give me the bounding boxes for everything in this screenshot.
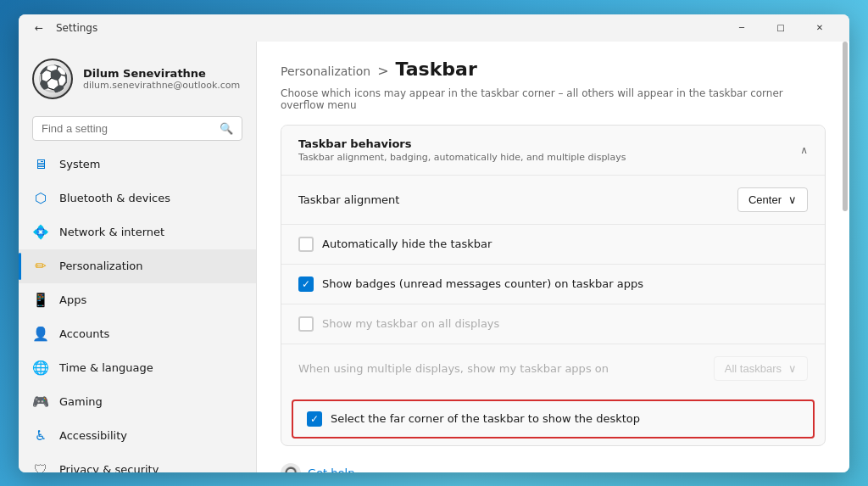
network-icon: 💠: [32, 224, 49, 241]
taskbar-alignment-row: Taskbar alignment Center ∨: [281, 175, 825, 224]
window-controls: ─ □ ✕: [722, 14, 839, 42]
sidebar-item-label: Network & internet: [59, 226, 164, 238]
taskbar-alignment-label: Taskbar alignment: [298, 193, 399, 206]
bluetooth-icon: ⬡: [32, 190, 49, 207]
show-badges-label: Show badges (unread messages counter) on…: [322, 277, 643, 290]
window-title: Settings: [56, 22, 722, 34]
accounts-icon: 👤: [32, 326, 49, 343]
sidebar-item-gaming[interactable]: 🎮 Gaming: [19, 385, 256, 419]
sidebar-item-system[interactable]: 🖥 System: [19, 148, 256, 182]
main-content: Personalization > Taskbar Choose which i…: [256, 42, 849, 472]
select-far-corner-label: Select the far corner of the taskbar to …: [331, 412, 640, 425]
sidebar-item-label: Privacy & security: [59, 463, 159, 472]
select-far-corner-checkbox-wrap[interactable]: Select the far corner of the taskbar to …: [307, 411, 799, 427]
sidebar-item-time[interactable]: 🌐 Time & language: [19, 351, 256, 385]
breadcrumb-separator: >: [377, 63, 388, 79]
chevron-down-icon: ∨: [788, 362, 797, 375]
avatar: ⚽: [32, 59, 73, 99]
settings-window: ← Settings ─ □ ✕ ⚽ Dilum Senevirathne di…: [19, 14, 849, 472]
chevron-down-icon: ∨: [788, 193, 797, 206]
close-button[interactable]: ✕: [800, 14, 839, 42]
multiple-displays-value: All taskbars: [725, 362, 782, 375]
breadcrumb-parent: Personalization: [281, 64, 370, 78]
sidebar-item-accounts[interactable]: 👤 Accounts: [19, 317, 256, 351]
sidebar-item-label: Accessibility: [59, 429, 127, 442]
page-header: Personalization > Taskbar: [281, 59, 826, 82]
get-help-label: Get help: [308, 466, 354, 472]
auto-hide-row: Automatically hide the taskbar: [281, 224, 825, 264]
sidebar-item-label: Time & language: [59, 361, 153, 374]
user-profile[interactable]: ⚽ Dilum Senevirathne dilum.senevirathne@…: [19, 48, 256, 109]
help-icon: 🎧: [281, 463, 301, 472]
sidebar: ⚽ Dilum Senevirathne dilum.senevirathne@…: [19, 42, 256, 472]
sidebar-item-privacy[interactable]: 🛡 Privacy & security: [19, 453, 256, 472]
scrollbar-track[interactable]: [843, 42, 848, 472]
multiple-displays-label: When using multiple displays, show my ta…: [298, 362, 609, 375]
content-area: ⚽ Dilum Senevirathne dilum.senevirathne@…: [19, 42, 849, 472]
show-badges-checkbox-wrap[interactable]: Show badges (unread messages counter) on…: [298, 277, 808, 292]
time-icon: 🌐: [32, 360, 49, 377]
multiple-displays-dropdown[interactable]: All taskbars ∨: [714, 356, 808, 381]
auto-hide-checkbox[interactable]: [298, 237, 314, 252]
sidebar-item-label: Personalization: [59, 260, 143, 272]
titlebar: ← Settings ─ □ ✕: [19, 14, 849, 42]
user-info: Dilum Senevirathne dilum.senevirathne@ou…: [83, 67, 240, 91]
auto-hide-checkbox-wrap[interactable]: Automatically hide the taskbar: [298, 237, 808, 252]
section-header[interactable]: Taskbar behaviors Taskbar alignment, bad…: [281, 126, 825, 175]
select-far-corner-row: Select the far corner of the taskbar to …: [292, 399, 815, 439]
privacy-icon: 🛡: [32, 461, 49, 472]
sidebar-item-personalization[interactable]: ✏️ Personalization: [19, 249, 256, 283]
taskbar-alignment-value: Center: [748, 193, 782, 206]
accessibility-icon: ♿: [32, 427, 49, 444]
search-input[interactable]: [42, 122, 213, 135]
show-badges-row: Show badges (unread messages counter) on…: [281, 264, 825, 304]
gaming-icon: 🎮: [32, 394, 49, 411]
show-all-displays-row: Show my taskbar on all displays: [281, 304, 825, 344]
show-all-displays-label: Show my taskbar on all displays: [322, 317, 499, 330]
taskbar-behaviors-section: Taskbar behaviors Taskbar alignment, bad…: [281, 125, 826, 446]
multiple-displays-row: When using multiple displays, show my ta…: [281, 344, 825, 393]
show-all-displays-checkbox-wrap[interactable]: Show my taskbar on all displays: [298, 316, 808, 332]
search-icon: 🔍: [220, 122, 233, 135]
back-button[interactable]: ←: [29, 18, 49, 38]
system-icon: 🖥: [32, 156, 49, 173]
sidebar-item-label: Accounts: [59, 327, 109, 340]
page-title: Taskbar: [396, 59, 477, 80]
page-subtitle: Choose which icons may appear in the tas…: [281, 87, 826, 111]
select-far-corner-checkbox[interactable]: [307, 411, 322, 427]
chevron-up-icon: ∧: [800, 144, 808, 156]
sidebar-item-bluetooth[interactable]: ⬡ Bluetooth & devices: [19, 182, 256, 215]
section-desc: Taskbar alignment, badging, automaticall…: [298, 152, 626, 163]
show-all-displays-checkbox[interactable]: [298, 316, 314, 332]
sidebar-item-label: Apps: [59, 293, 86, 306]
section-title: Taskbar behaviors: [298, 137, 626, 150]
user-email: dilum.senevirathne@outlook.com: [83, 80, 240, 91]
sidebar-item-label: Bluetooth & devices: [59, 192, 170, 204]
personalization-icon: ✏️: [32, 258, 49, 275]
sidebar-item-apps[interactable]: 📱 Apps: [19, 283, 256, 317]
sidebar-item-network[interactable]: 💠 Network & internet: [19, 215, 256, 249]
show-badges-checkbox[interactable]: [298, 277, 314, 292]
search-box[interactable]: 🔍: [32, 116, 242, 141]
maximize-button[interactable]: □: [761, 14, 800, 42]
minimize-button[interactable]: ─: [722, 14, 761, 42]
auto-hide-label: Automatically hide the taskbar: [322, 237, 492, 250]
user-name: Dilum Senevirathne: [83, 67, 240, 80]
get-help-link[interactable]: 🎧 Get help: [281, 463, 826, 472]
sidebar-item-label: System: [59, 158, 100, 170]
back-icon: ←: [35, 22, 43, 34]
multiple-displays-right: All taskbars ∨: [714, 356, 808, 381]
sidebar-item-label: Gaming: [59, 395, 103, 408]
sidebar-item-accessibility[interactable]: ♿ Accessibility: [19, 419, 256, 453]
scrollbar-thumb[interactable]: [843, 42, 848, 211]
section-header-left: Taskbar behaviors Taskbar alignment, bad…: [298, 137, 626, 163]
taskbar-alignment-dropdown[interactable]: Center ∨: [737, 187, 808, 212]
apps-icon: 📱: [32, 292, 49, 309]
